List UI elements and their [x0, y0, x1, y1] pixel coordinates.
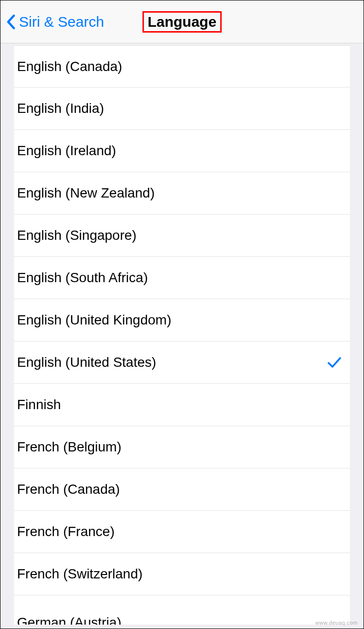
language-row[interactable]: French (Switzerland) [14, 553, 350, 595]
back-label: Siri & Search [19, 14, 104, 30]
language-label: English (Ireland) [17, 143, 116, 159]
language-row[interactable]: German (Austria) [14, 595, 350, 625]
language-label: English (United Kingdom) [17, 312, 172, 328]
language-label: English (Canada) [17, 59, 122, 74]
language-row[interactable]: English (South Africa) [14, 257, 350, 299]
language-label: French (Canada) [17, 482, 120, 497]
language-row[interactable]: English (New Zealand) [14, 172, 350, 215]
content-area: English (Canada) English (India) English… [0, 43, 364, 629]
language-row[interactable]: English (India) [14, 88, 350, 130]
navigation-bar: Siri & Search Language [0, 0, 364, 43]
language-label: English (India) [17, 101, 104, 116]
language-row[interactable]: French (France) [14, 511, 350, 553]
language-label: German (Austria) [17, 615, 121, 625]
language-label: French (Switzerland) [17, 566, 142, 582]
page-title: Language [142, 11, 222, 33]
language-label: English (United States) [17, 355, 156, 370]
language-label: French (Belgium) [17, 439, 121, 455]
language-label: Finnish [17, 397, 61, 413]
chevron-left-icon [6, 14, 15, 30]
language-row[interactable]: English (Ireland) [14, 130, 350, 172]
language-list: English (Canada) English (India) English… [14, 45, 350, 625]
language-row[interactable]: Finnish [14, 384, 350, 426]
language-row[interactable]: French (Belgium) [14, 426, 350, 468]
language-row[interactable]: French (Canada) [14, 468, 350, 511]
checkmark-icon [328, 357, 341, 368]
watermark: www.deuaq.com [315, 620, 358, 626]
language-label: English (Singapore) [17, 228, 137, 243]
back-button[interactable]: Siri & Search [6, 14, 104, 30]
language-row[interactable]: English (United Kingdom) [14, 299, 350, 341]
language-label: English (New Zealand) [17, 185, 155, 201]
language-label: French (France) [17, 524, 115, 539]
language-row[interactable]: English (United States) [14, 341, 350, 384]
language-row[interactable]: English (Singapore) [14, 215, 350, 257]
language-row[interactable]: English (Canada) [14, 45, 350, 88]
language-label: English (South Africa) [17, 270, 148, 286]
